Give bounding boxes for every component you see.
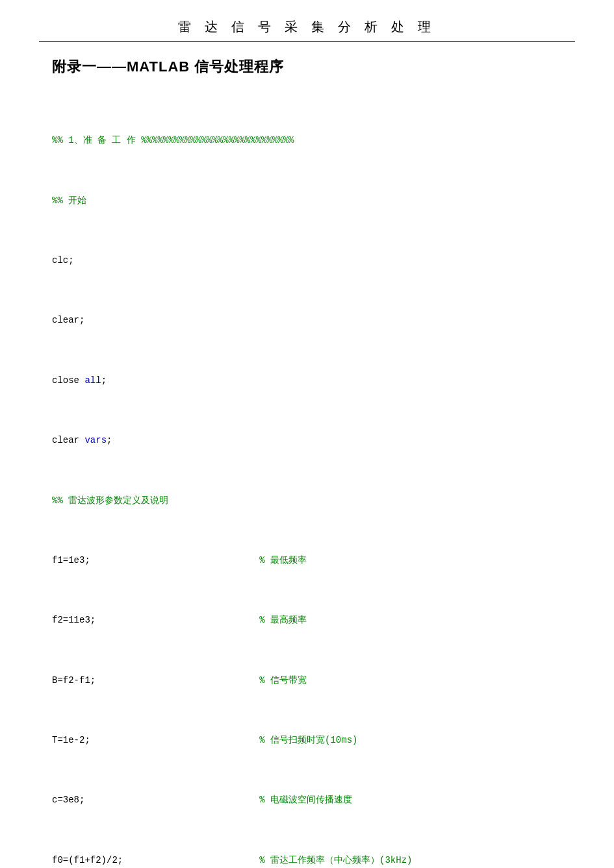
code-line-12: c=3e8; % 电磁波空间传播速度 [52, 793, 562, 808]
code-line-4: clear; [52, 313, 562, 328]
section-title: 附录一——MATLAB 信号处理程序 [52, 57, 562, 77]
main-content: 附录一——MATLAB 信号处理程序 %% 1、准 备 工 作 %%%%%%%%… [0, 42, 614, 868]
code-line-1: %% 1、准 备 工 作 %%%%%%%%%%%%%%%%%%%%%%%%%%%… [52, 133, 562, 148]
page-header: 雷 达 信 号 采 集 分 析 处 理 [0, 0, 614, 41]
code-block: %% 1、准 备 工 作 %%%%%%%%%%%%%%%%%%%%%%%%%%%… [52, 88, 562, 868]
code-line-3: clc; [52, 253, 562, 268]
page: 雷 达 信 号 采 集 分 析 处 理 附录一——MATLAB 信号处理程序 %… [0, 0, 614, 868]
header-title: 雷 达 信 号 采 集 分 析 处 理 [178, 19, 436, 34]
code-line-5: close all; [52, 373, 562, 388]
code-line-2: %% 开始 [52, 193, 562, 208]
code-line-7: %% 雷达波形参数定义及说明 [52, 493, 562, 508]
code-line-9: f2=11e3; % 最高频率 [52, 613, 562, 628]
code-line-8: f1=1e3; % 最低频率 [52, 553, 562, 568]
code-line-6: clear vars; [52, 433, 562, 448]
code-line-11: T=1e-2; % 信号扫频时宽(10ms) [52, 733, 562, 748]
code-line-13: f0=(f1+f2)/2; % 雷达工作频率（中心频率）(3kHz) [52, 853, 562, 868]
code-line-10: B=f2-f1; % 信号带宽 [52, 673, 562, 688]
